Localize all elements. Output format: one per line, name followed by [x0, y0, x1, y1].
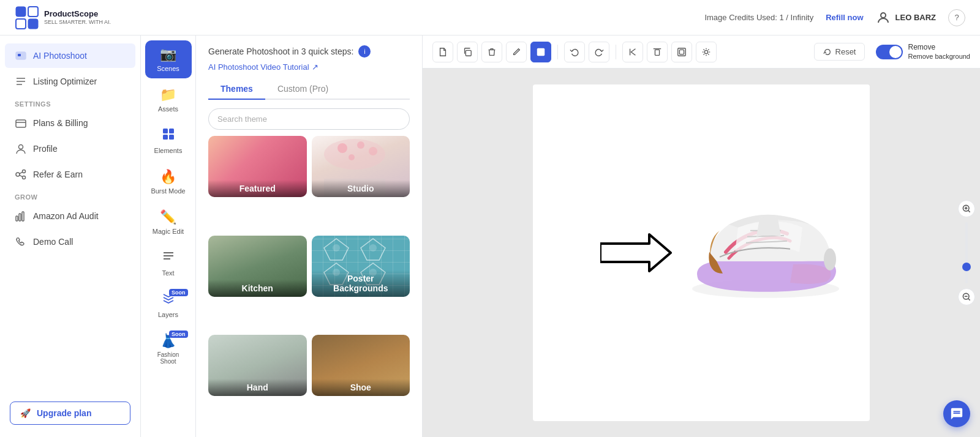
sun-icon	[701, 47, 711, 57]
remove-bg-toggle[interactable]	[876, 45, 903, 59]
svg-line-53	[704, 54, 704, 54]
align-top-icon	[652, 47, 662, 57]
theme-card-featured[interactable]: Featured	[208, 136, 307, 197]
reset-button[interactable]: Reset	[814, 43, 865, 61]
tool-assets[interactable]: 📁 Assets	[145, 81, 192, 119]
sidebar-item-amazon-ad-audit[interactable]: Amazon Ad Audit	[5, 204, 135, 228]
canvas-area: Reset RemoveRemove background	[423, 35, 980, 437]
sidebar: AI Photoshoot Listing Optimizer Settings…	[0, 35, 141, 437]
remove-bg-toggle-area: RemoveRemove background	[876, 43, 970, 61]
zoom-in-button[interactable]	[958, 200, 975, 217]
demo-call-label: Demo Call	[33, 237, 73, 247]
elements-label: Elements	[154, 147, 183, 154]
upgrade-button[interactable]: 🚀 Upgrade plan	[10, 402, 130, 425]
sidebar-item-listing-optimizer[interactable]: Listing Optimizer	[5, 69, 135, 94]
svg-rect-24	[169, 135, 174, 140]
video-tutorial-link[interactable]: AI Photoshoot Video Tutorial ↗	[196, 62, 422, 79]
header-right: Image Credits Used: 1 / Infinity Refill …	[704, 9, 965, 26]
zoom-thumb[interactable]	[962, 263, 971, 271]
middle-header: Generate Photoshoot in 3 quick steps: i	[196, 35, 422, 62]
ai-photoshoot-icon	[15, 50, 27, 62]
sidebar-item-profile[interactable]: Profile	[5, 136, 135, 161]
tool-text[interactable]: Text	[145, 244, 192, 283]
tool-burst-mode[interactable]: 🔥 Burst Mode	[145, 163, 192, 201]
sidebar-item-demo-call[interactable]: Demo Call	[5, 230, 135, 254]
svg-point-35	[369, 244, 377, 252]
external-link-icon: ↗	[312, 62, 318, 72]
toggle-knob	[889, 46, 902, 58]
sidebar-item-ai-photoshoot[interactable]: AI Photoshoot	[5, 43, 135, 68]
scenes-icon: 📷	[160, 47, 176, 62]
svg-rect-2	[28, 7, 38, 17]
chat-button[interactable]	[943, 400, 970, 427]
canvas-paper[interactable]	[533, 84, 870, 421]
toolbar-copy-btn[interactable]	[457, 42, 478, 62]
canvas-content	[423, 69, 980, 437]
theme-card-kitchen[interactable]: Kitchen	[208, 236, 307, 297]
tool-magic-edit[interactable]: ✏️ Magic Edit	[145, 203, 192, 241]
svg-point-13	[16, 173, 20, 176]
theme-kitchen-label: Kitchen	[208, 280, 307, 297]
info-button[interactable]: i	[358, 45, 371, 58]
theme-card-poster-backgrounds[interactable]: PosterBackgrounds	[312, 236, 410, 297]
svg-point-15	[23, 176, 26, 179]
theme-card-shoe[interactable]: Shoe	[312, 335, 410, 396]
svg-line-66	[968, 299, 970, 301]
theme-card-hand[interactable]: Hand	[208, 335, 307, 396]
reset-label: Reset	[835, 47, 856, 56]
tool-elements[interactable]: Elements	[145, 121, 192, 160]
skip-start-icon	[628, 47, 638, 57]
profile-icon	[15, 143, 27, 155]
toolbar-color-btn[interactable]	[530, 42, 551, 62]
toolbar-redo-btn[interactable]	[589, 42, 609, 62]
svg-line-50	[704, 49, 704, 50]
text-icon	[162, 250, 175, 267]
logo[interactable]: ProductScope SELL SMARTER. WITH AI.	[15, 6, 111, 30]
delete-icon	[487, 47, 497, 57]
tab-themes[interactable]: Themes	[208, 79, 265, 100]
sidebar-item-refer-earn[interactable]: Refer & Earn	[5, 162, 135, 187]
toolbar-separator-2	[616, 45, 616, 59]
logo-name: ProductScope	[44, 10, 111, 18]
theme-studio-label: Studio	[312, 180, 410, 197]
middle-panel: Generate Photoshoot in 3 quick steps: i …	[196, 35, 423, 437]
logo-icon	[15, 6, 39, 30]
profile-label: Profile	[33, 144, 58, 154]
tool-fashion-shoot[interactable]: Soon 👗 FashionShoot	[145, 327, 192, 371]
svg-line-52	[708, 49, 709, 50]
user-area[interactable]: LEO BARZ	[876, 10, 936, 25]
zoom-out-button[interactable]	[958, 288, 975, 305]
zoom-slider[interactable]	[965, 222, 968, 283]
svg-rect-1	[16, 19, 26, 29]
assets-icon: 📁	[160, 87, 176, 103]
tool-layers[interactable]: Soon Layers	[145, 285, 192, 324]
toolbar-skip-start-btn[interactable]	[622, 42, 643, 62]
svg-marker-54	[600, 234, 671, 271]
help-button[interactable]: ?	[948, 9, 965, 26]
search-input[interactable]	[208, 108, 410, 130]
canvas-arrow	[600, 231, 674, 274]
upgrade-label: Upgrade plan	[37, 408, 91, 418]
svg-rect-19	[19, 214, 21, 221]
tool-scenes[interactable]: 📷 Scenes	[145, 40, 192, 78]
sidebar-item-plans-billing[interactable]: Plans & Billing	[5, 111, 135, 135]
tab-custom-pro[interactable]: Custom (Pro)	[265, 79, 341, 100]
burst-mode-icon: 🔥	[160, 169, 176, 185]
svg-rect-6	[18, 54, 21, 56]
toolbar-undo-btn[interactable]	[564, 42, 585, 62]
chat-icon	[950, 407, 963, 420]
theme-poster-label: PosterBackgrounds	[312, 270, 410, 297]
toolbar-align-top-btn[interactable]	[647, 42, 668, 62]
svg-point-34	[333, 244, 340, 252]
toolbar-edit-btn[interactable]	[506, 42, 527, 62]
toolbar-file-btn[interactable]	[432, 42, 453, 62]
theme-card-studio[interactable]: Studio	[312, 136, 410, 197]
toolbar-sun-btn[interactable]	[696, 42, 717, 62]
toolbar-frame-btn[interactable]	[671, 42, 692, 62]
toolbar-delete-btn[interactable]	[481, 42, 502, 62]
amazon-ad-audit-icon	[15, 210, 27, 222]
upgrade-icon: 🚀	[20, 408, 31, 418]
search-box	[208, 108, 410, 130]
zoom-in-icon	[962, 204, 971, 214]
refill-button[interactable]: Refill now	[826, 13, 863, 22]
